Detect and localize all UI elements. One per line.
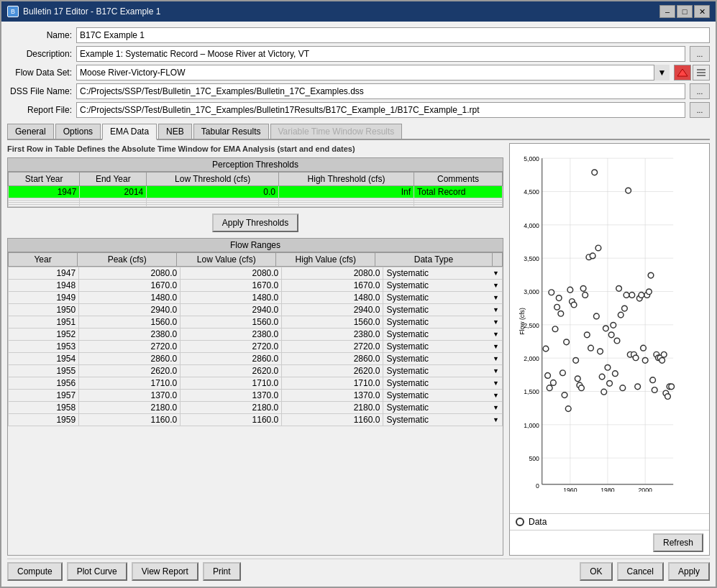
flow-ranges-row[interactable]: 1948 1670.0 1670.0 1670.0 Systematic ▼ — [9, 280, 503, 292]
view-report-button[interactable]: View Report — [132, 562, 198, 581]
svg-text:Flow (cfs): Flow (cfs) — [519, 308, 526, 335]
svg-point-98 — [661, 352, 667, 357]
svg-text:500: 500 — [529, 455, 539, 462]
print-button[interactable]: Print — [203, 562, 241, 581]
svg-text:4,000: 4,000 — [524, 222, 539, 229]
svg-point-81 — [629, 293, 635, 298]
svg-point-72 — [613, 371, 618, 377]
svg-text:1,000: 1,000 — [524, 422, 539, 429]
flow-data-set-select[interactable]: Moose River-Victory-FLOW — [76, 65, 670, 81]
chart-svg: 5,000 4,500 4,000 3,500 3,000 2,500 2,00… — [517, 151, 677, 492]
svg-point-67 — [603, 326, 608, 331]
perception-table-row[interactable]: 1947 2014 0.0 Inf Total Record — [9, 186, 503, 198]
svg-point-37 — [547, 385, 552, 391]
flow-ranges-row[interactable]: 1951 1560.0 1560.0 1560.0 Systematic ▼ — [9, 316, 503, 329]
svg-point-54 — [579, 385, 585, 391]
tab-variable-time-window: Variable Time Window Results — [270, 124, 403, 139]
tab-neb[interactable]: NEB — [158, 124, 192, 139]
svg-point-59 — [588, 345, 594, 351]
maximize-button[interactable]: □ — [677, 5, 693, 18]
flow-ranges-row[interactable]: 1959 1160.0 1160.0 1160.0 Systematic ▼ — [9, 414, 503, 426]
svg-text:3,500: 3,500 — [524, 255, 539, 262]
svg-text:0: 0 — [536, 482, 539, 490]
svg-text:2,000: 2,000 — [524, 355, 539, 362]
name-label: Name: — [7, 30, 72, 40]
name-input[interactable] — [76, 27, 710, 43]
description-row: Description: ... — [7, 46, 710, 62]
svg-point-78 — [624, 293, 629, 298]
svg-point-70 — [608, 332, 614, 338]
close-button[interactable]: ✕ — [694, 5, 710, 18]
flow-ranges-row[interactable]: 1958 2180.0 2180.0 2180.0 Systematic ▼ — [9, 402, 503, 414]
tab-ema-data[interactable]: EMA Data — [102, 124, 157, 140]
chart-panel: 5,000 4,500 4,000 3,500 3,000 2,500 2,00… — [509, 143, 710, 556]
ema-info-text: First Row in Table Defines the Absolute … — [7, 143, 503, 155]
svg-point-40 — [552, 326, 558, 332]
legend-data-label: Data — [529, 517, 547, 527]
flow-ranges-row[interactable]: 1955 2620.0 2620.0 2620.0 Systematic ▼ — [9, 365, 503, 377]
svg-point-93 — [652, 387, 657, 393]
flow-ranges-row[interactable]: 1950 2940.0 2940.0 2940.0 Systematic ▼ — [9, 304, 503, 316]
svg-text:1960: 1960 — [563, 487, 577, 492]
tab-tabular-results[interactable]: Tabular Results — [193, 124, 269, 139]
flow-red-icon[interactable] — [674, 65, 691, 81]
svg-point-75 — [618, 312, 624, 318]
svg-text:2000: 2000 — [639, 487, 652, 492]
report-file-row: Report File: ... — [7, 102, 710, 118]
flow-list-icon[interactable] — [693, 65, 710, 81]
perception-table-row[interactable] — [9, 205, 503, 207]
compute-button[interactable]: Compute — [7, 562, 63, 581]
flow-ranges-row[interactable]: 1949 1480.0 1480.0 1480.0 Systematic ▼ — [9, 292, 503, 304]
svg-point-36 — [545, 373, 551, 379]
svg-point-102 — [669, 384, 675, 390]
svg-point-64 — [598, 349, 603, 354]
col-comments: Comments — [414, 173, 503, 186]
svg-text:5,000: 5,000 — [524, 155, 539, 162]
svg-point-83 — [633, 355, 639, 361]
svg-point-97 — [659, 357, 665, 363]
refresh-button[interactable]: Refresh — [653, 533, 703, 552]
col-end-year: End Year — [80, 173, 147, 186]
cancel-button[interactable]: Cancel — [617, 562, 664, 581]
app-icon: B — [7, 6, 19, 17]
svg-point-63 — [595, 245, 601, 251]
tab-options[interactable]: Options — [55, 124, 101, 139]
svg-point-42 — [556, 295, 562, 301]
legend-circle-icon — [516, 518, 524, 526]
flow-ranges-row[interactable]: 1952 2380.0 2380.0 2380.0 Systematic ▼ — [9, 329, 503, 341]
svg-point-69 — [607, 380, 613, 386]
plot-curve-button[interactable]: Plot Curve — [67, 562, 127, 581]
apply-button[interactable]: Apply — [668, 562, 710, 581]
flow-ranges-row[interactable]: 1947 2080.0 2080.0 2080.0 Systematic ▼ — [9, 267, 503, 280]
description-input[interactable] — [76, 46, 685, 62]
minimize-button[interactable]: – — [659, 5, 675, 18]
svg-point-90 — [647, 289, 652, 295]
ok-button[interactable]: OK — [580, 562, 612, 581]
tab-general[interactable]: General — [7, 124, 54, 139]
name-row: Name: — [7, 27, 710, 43]
col-year: Year — [9, 253, 78, 267]
col-data-type: Data Type — [375, 253, 492, 267]
report-file-browse-button[interactable]: ... — [690, 102, 710, 118]
dss-file-label: DSS File Name: — [7, 86, 72, 96]
svg-point-38 — [549, 290, 554, 295]
flow-ranges-row[interactable]: 1953 2720.0 2720.0 2720.0 Systematic ▼ — [9, 341, 503, 353]
flow-ranges-row[interactable]: 1954 2860.0 2860.0 2860.0 Systematic ▼ — [9, 353, 503, 365]
bottom-button-bar: Compute Plot Curve View Report Print OK … — [7, 559, 710, 581]
flow-ranges-row[interactable]: 1956 1710.0 1710.0 1710.0 Systematic ▼ — [9, 377, 503, 390]
svg-point-50 — [571, 302, 577, 308]
dss-file-input[interactable] — [76, 83, 685, 99]
svg-point-71 — [611, 322, 616, 328]
dss-file-browse-button[interactable]: ... — [690, 83, 710, 99]
svg-point-43 — [558, 311, 564, 316]
description-browse-button[interactable]: ... — [690, 46, 710, 62]
report-file-input[interactable] — [76, 102, 685, 118]
apply-thresholds-button[interactable]: Apply Thresholds — [212, 213, 299, 232]
svg-point-73 — [614, 338, 620, 344]
svg-point-35 — [543, 346, 549, 352]
flow-ranges-row[interactable]: 1957 1370.0 1370.0 1370.0 Systematic ▼ — [9, 390, 503, 402]
svg-point-52 — [575, 376, 580, 382]
svg-point-51 — [573, 357, 579, 363]
svg-point-44 — [560, 370, 566, 376]
col-scroll — [492, 253, 502, 267]
